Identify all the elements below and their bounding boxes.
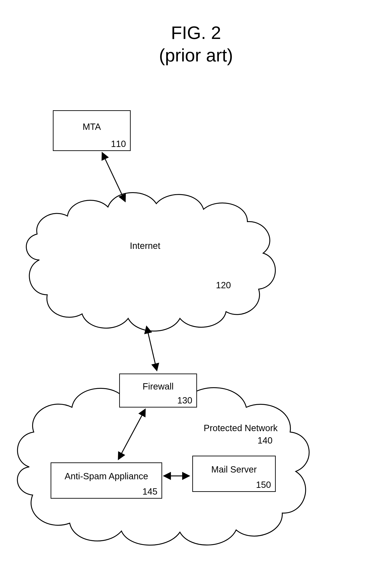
svg-line-2 (118, 409, 145, 459)
diagram-arrows (0, 0, 392, 563)
svg-line-0 (102, 153, 125, 201)
svg-line-1 (147, 327, 157, 370)
